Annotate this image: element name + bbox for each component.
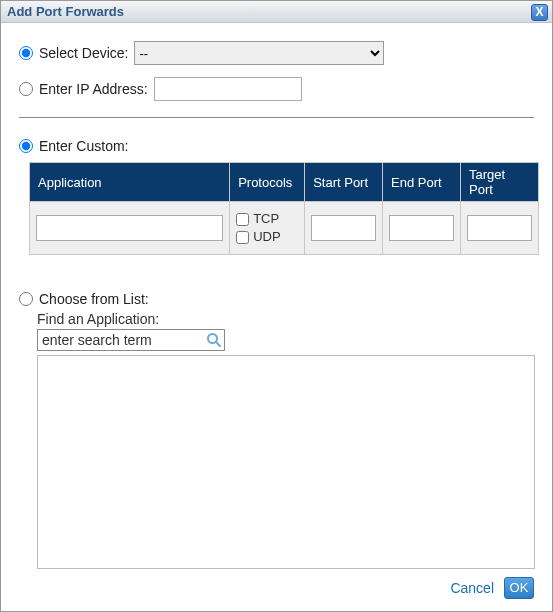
header-protocols: Protocols <box>230 163 305 202</box>
close-icon[interactable]: X <box>531 4 548 21</box>
ok-button[interactable]: OK <box>504 577 534 599</box>
udp-label: UDP <box>253 229 280 244</box>
dialog-footer: Cancel OK <box>19 569 534 603</box>
find-application-label: Find an Application: <box>37 311 534 327</box>
enter-ip-radio[interactable] <box>19 82 33 96</box>
dialog-title: Add Port Forwards <box>7 4 124 19</box>
tcp-label: TCP <box>253 211 279 226</box>
choose-from-list-row: Choose from List: <box>19 291 534 307</box>
tcp-checkbox[interactable] <box>236 213 249 226</box>
select-device-radio[interactable] <box>19 46 33 60</box>
enter-custom-radio[interactable] <box>19 139 33 153</box>
dialog-content: Select Device: -- Enter IP Address: Ente… <box>1 23 552 611</box>
select-device-label: Select Device: <box>39 45 128 61</box>
choose-from-list-label: Choose from List: <box>39 291 149 307</box>
search-input[interactable] <box>37 329 225 351</box>
choose-from-list-radio[interactable] <box>19 292 33 306</box>
results-list[interactable] <box>37 355 535 569</box>
titlebar: Add Port Forwards X <box>1 1 552 23</box>
device-select[interactable]: -- <box>134 41 384 65</box>
enter-custom-row: Enter Custom: <box>19 138 534 154</box>
custom-ports-table: Application Protocols Start Port End Por… <box>29 162 539 255</box>
application-input[interactable] <box>36 215 223 241</box>
table-row: TCP UDP <box>30 202 539 255</box>
enter-custom-label: Enter Custom: <box>39 138 128 154</box>
enter-ip-row: Enter IP Address: <box>19 77 534 101</box>
ip-address-input[interactable] <box>154 77 302 101</box>
select-device-row: Select Device: -- <box>19 41 534 65</box>
search-wrap <box>37 329 225 351</box>
end-port-input[interactable] <box>389 215 454 241</box>
header-target-port: Target Port <box>461 163 539 202</box>
cancel-button[interactable]: Cancel <box>450 580 494 596</box>
start-port-input[interactable] <box>311 215 376 241</box>
protocols-cell: TCP UDP <box>230 202 305 255</box>
header-application: Application <box>30 163 230 202</box>
target-port-input[interactable] <box>467 215 532 241</box>
separator <box>19 117 534 118</box>
add-port-forwards-dialog: Add Port Forwards X Select Device: -- En… <box>0 0 553 612</box>
header-start-port: Start Port <box>305 163 383 202</box>
header-end-port: End Port <box>383 163 461 202</box>
enter-ip-label: Enter IP Address: <box>39 81 148 97</box>
udp-checkbox[interactable] <box>236 231 249 244</box>
